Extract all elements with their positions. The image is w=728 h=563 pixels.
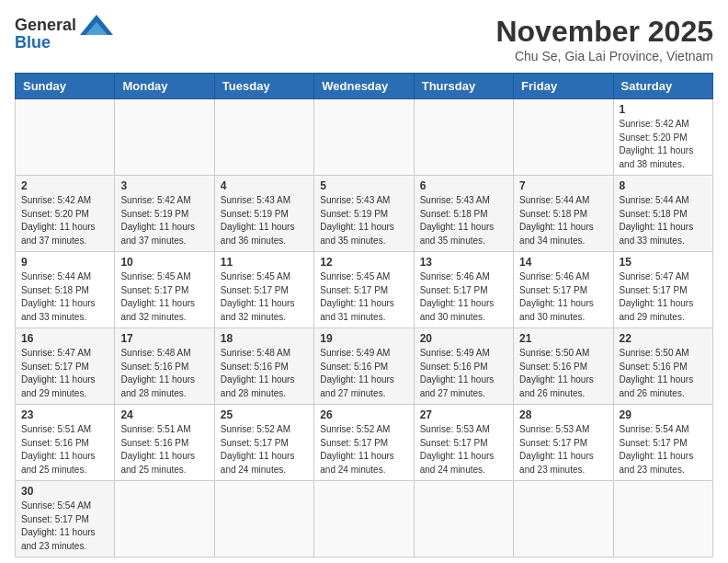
location-title: Chu Se, Gia Lai Province, Vietnam (495, 49, 713, 63)
weekday-header-monday: Monday (115, 74, 214, 99)
calendar-cell: 29Sunrise: 5:54 AM Sunset: 5:17 PM Dayli… (613, 405, 712, 481)
calendar-cell (115, 481, 214, 557)
day-info: Sunrise: 5:51 AM Sunset: 5:16 PM Dayligh… (21, 423, 108, 477)
calendar-cell (314, 99, 414, 176)
calendar-cell: 8Sunrise: 5:44 AM Sunset: 5:18 PM Daylig… (613, 176, 712, 252)
calendar-cell: 23Sunrise: 5:51 AM Sunset: 5:16 PM Dayli… (16, 405, 115, 481)
day-info: Sunrise: 5:50 AM Sunset: 5:16 PM Dayligh… (519, 347, 607, 400)
day-number: 12 (320, 256, 407, 269)
calendar-cell: 5Sunrise: 5:43 AM Sunset: 5:19 PM Daylig… (314, 176, 414, 252)
calendar-cell: 27Sunrise: 5:53 AM Sunset: 5:17 PM Dayli… (414, 405, 513, 481)
day-info: Sunrise: 5:47 AM Sunset: 5:17 PM Dayligh… (620, 270, 707, 324)
calendar-cell: 17Sunrise: 5:48 AM Sunset: 5:16 PM Dayli… (115, 328, 214, 405)
day-number: 5 (320, 179, 407, 192)
week-row-4: 23Sunrise: 5:51 AM Sunset: 5:16 PM Dayli… (16, 405, 713, 481)
day-number: 3 (120, 179, 208, 192)
day-info: Sunrise: 5:53 AM Sunset: 5:17 PM Dayligh… (519, 423, 607, 477)
day-info: Sunrise: 5:49 AM Sunset: 5:16 PM Dayligh… (320, 347, 407, 400)
calendar-cell: 4Sunrise: 5:43 AM Sunset: 5:19 PM Daylig… (214, 176, 313, 252)
weekday-header-friday: Friday (514, 74, 613, 99)
month-title: November 2025 (495, 15, 713, 49)
day-number: 17 (120, 332, 208, 345)
week-row-2: 9Sunrise: 5:44 AM Sunset: 5:18 PM Daylig… (16, 252, 713, 328)
week-row-0: 1Sunrise: 5:42 AM Sunset: 5:20 PM Daylig… (16, 99, 713, 176)
calendar-cell: 16Sunrise: 5:47 AM Sunset: 5:17 PM Dayli… (16, 328, 115, 405)
calendar-cell: 25Sunrise: 5:52 AM Sunset: 5:17 PM Dayli… (214, 405, 313, 481)
day-number: 4 (221, 179, 308, 192)
week-row-5: 30Sunrise: 5:54 AM Sunset: 5:17 PM Dayli… (16, 481, 713, 557)
calendar-cell: 19Sunrise: 5:49 AM Sunset: 5:16 PM Dayli… (314, 328, 414, 405)
day-number: 14 (519, 256, 607, 269)
calendar-cell: 13Sunrise: 5:46 AM Sunset: 5:17 PM Dayli… (414, 252, 513, 328)
day-info: Sunrise: 5:49 AM Sunset: 5:16 PM Dayligh… (420, 347, 507, 400)
day-info: Sunrise: 5:44 AM Sunset: 5:18 PM Dayligh… (519, 194, 607, 247)
calendar-cell: 28Sunrise: 5:53 AM Sunset: 5:17 PM Dayli… (514, 405, 613, 481)
day-info: Sunrise: 5:52 AM Sunset: 5:17 PM Dayligh… (221, 423, 308, 477)
logo-general-text: General (15, 16, 76, 35)
day-info: Sunrise: 5:53 AM Sunset: 5:17 PM Dayligh… (420, 423, 507, 477)
day-info: Sunrise: 5:48 AM Sunset: 5:16 PM Dayligh… (221, 347, 308, 400)
calendar-cell: 2Sunrise: 5:42 AM Sunset: 5:20 PM Daylig… (16, 176, 115, 252)
day-number: 13 (420, 256, 507, 269)
header: General Blue November 2025 Chu Se, Gia L… (15, 15, 713, 63)
day-number: 7 (519, 179, 607, 192)
day-info: Sunrise: 5:47 AM Sunset: 5:17 PM Dayligh… (21, 347, 108, 400)
logo: General Blue (15, 15, 113, 52)
day-info: Sunrise: 5:46 AM Sunset: 5:17 PM Dayligh… (519, 270, 607, 324)
title-block: November 2025 Chu Se, Gia Lai Province, … (495, 15, 713, 63)
logo-blue-icon (80, 15, 113, 35)
calendar-cell (414, 99, 513, 176)
calendar-cell: 22Sunrise: 5:50 AM Sunset: 5:16 PM Dayli… (613, 328, 712, 405)
calendar-cell (214, 99, 313, 176)
calendar-table: SundayMondayTuesdayWednesdayThursdayFrid… (15, 73, 713, 557)
day-number: 21 (519, 332, 607, 345)
day-info: Sunrise: 5:43 AM Sunset: 5:19 PM Dayligh… (320, 194, 407, 247)
day-info: Sunrise: 5:50 AM Sunset: 5:16 PM Dayligh… (620, 347, 707, 400)
day-number: 26 (320, 408, 407, 421)
weekday-header-wednesday: Wednesday (314, 74, 414, 99)
day-info: Sunrise: 5:45 AM Sunset: 5:17 PM Dayligh… (221, 270, 308, 324)
calendar-cell: 1Sunrise: 5:42 AM Sunset: 5:20 PM Daylig… (613, 99, 712, 176)
day-number: 2 (21, 179, 108, 192)
day-info: Sunrise: 5:42 AM Sunset: 5:20 PM Dayligh… (21, 194, 108, 247)
day-number: 23 (21, 408, 108, 421)
day-number: 19 (320, 332, 407, 345)
day-number: 11 (221, 256, 308, 269)
day-number: 8 (620, 179, 707, 192)
week-row-1: 2Sunrise: 5:42 AM Sunset: 5:20 PM Daylig… (16, 176, 713, 252)
calendar-cell: 20Sunrise: 5:49 AM Sunset: 5:16 PM Dayli… (414, 328, 513, 405)
calendar-cell (613, 481, 712, 557)
day-number: 30 (21, 485, 108, 498)
calendar-cell: 15Sunrise: 5:47 AM Sunset: 5:17 PM Dayli… (613, 252, 712, 328)
day-number: 10 (120, 256, 208, 269)
calendar-cell (16, 99, 115, 176)
calendar-cell (414, 481, 513, 557)
calendar-cell: 9Sunrise: 5:44 AM Sunset: 5:18 PM Daylig… (16, 252, 115, 328)
weekday-header-row: SundayMondayTuesdayWednesdayThursdayFrid… (16, 74, 713, 99)
day-info: Sunrise: 5:42 AM Sunset: 5:20 PM Dayligh… (620, 118, 707, 171)
day-info: Sunrise: 5:51 AM Sunset: 5:16 PM Dayligh… (120, 423, 208, 477)
calendar-cell: 21Sunrise: 5:50 AM Sunset: 5:16 PM Dayli… (514, 328, 613, 405)
day-info: Sunrise: 5:46 AM Sunset: 5:17 PM Dayligh… (420, 270, 507, 324)
calendar-cell: 11Sunrise: 5:45 AM Sunset: 5:17 PM Dayli… (214, 252, 313, 328)
day-info: Sunrise: 5:52 AM Sunset: 5:17 PM Dayligh… (320, 423, 407, 477)
day-number: 24 (120, 408, 208, 421)
day-number: 25 (221, 408, 308, 421)
calendar-cell: 30Sunrise: 5:54 AM Sunset: 5:17 PM Dayli… (16, 481, 115, 557)
calendar-cell: 26Sunrise: 5:52 AM Sunset: 5:17 PM Dayli… (314, 405, 414, 481)
calendar-cell (314, 481, 414, 557)
calendar-cell (214, 481, 313, 557)
calendar-cell (115, 99, 214, 176)
day-info: Sunrise: 5:54 AM Sunset: 5:17 PM Dayligh… (620, 423, 707, 477)
weekday-header-saturday: Saturday (613, 74, 712, 99)
calendar-cell (514, 481, 613, 557)
weekday-header-sunday: Sunday (16, 74, 115, 99)
day-info: Sunrise: 5:48 AM Sunset: 5:16 PM Dayligh… (120, 347, 208, 400)
day-info: Sunrise: 5:44 AM Sunset: 5:18 PM Dayligh… (21, 270, 108, 324)
day-number: 29 (620, 408, 707, 421)
day-number: 27 (420, 408, 507, 421)
logo-blue-text: Blue (15, 33, 51, 52)
calendar-cell: 3Sunrise: 5:42 AM Sunset: 5:19 PM Daylig… (115, 176, 214, 252)
week-row-3: 16Sunrise: 5:47 AM Sunset: 5:17 PM Dayli… (16, 328, 713, 405)
weekday-header-tuesday: Tuesday (214, 74, 313, 99)
